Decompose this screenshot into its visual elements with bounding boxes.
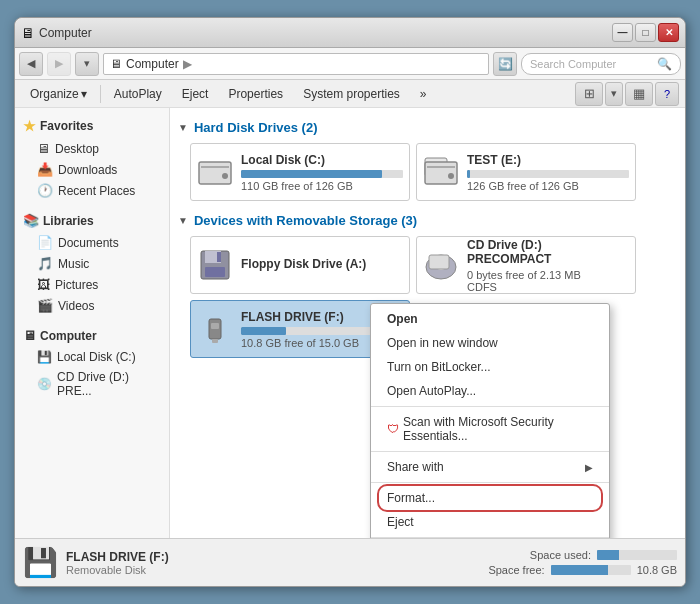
drive-e-info: TEST (E:) 126 GB free of 126 GB	[467, 153, 629, 192]
sidebar-item-documents[interactable]: 📄 Documents	[15, 232, 169, 253]
music-icon: 🎵	[37, 256, 53, 271]
ctx-share[interactable]: Share with ▶	[371, 455, 609, 479]
search-box[interactable]: Search Computer 🔍	[521, 53, 681, 75]
space-free-label: Space free:	[488, 564, 544, 576]
svg-rect-16	[211, 323, 219, 329]
title-bar: 🖥 Computer — □ ✕	[15, 18, 685, 48]
hdd-e-icon: 22	[423, 154, 459, 190]
svg-rect-17	[212, 339, 218, 343]
sidebar-item-desktop[interactable]: 🖥 Desktop	[15, 138, 169, 159]
help-button[interactable]: ?	[655, 82, 679, 106]
close-button[interactable]: ✕	[658, 23, 679, 42]
space-free-value: 10.8 GB	[637, 564, 677, 576]
view-tiles-button[interactable]: ⊞	[575, 82, 603, 106]
space-used-bar-bg	[597, 550, 677, 560]
hdd-c-icon	[197, 154, 233, 190]
ctx-sep-3	[371, 482, 609, 483]
svg-point-7	[448, 173, 454, 179]
back-button[interactable]: ◀	[19, 52, 43, 76]
sidebar-item-pictures[interactable]: 🖼 Pictures	[15, 274, 169, 295]
drive-d-free: 0 bytes free of 2.13 MB	[467, 269, 629, 281]
ctx-sep-4	[371, 537, 609, 538]
floppy-a-icon	[197, 247, 233, 283]
drive-e-name: TEST (E:)	[467, 153, 629, 167]
drive-c-free: 110 GB free of 126 GB	[241, 180, 403, 192]
eject-button[interactable]: Eject	[173, 83, 218, 105]
cd-d-icon	[423, 247, 459, 283]
status-info: FLASH DRIVE (F:) Removable Disk	[66, 550, 480, 576]
address-path[interactable]: 🖥 Computer ▶	[103, 53, 489, 75]
recent-icon: 🕐	[37, 183, 53, 198]
sidebar-item-recent-places[interactable]: 🕐 Recent Places	[15, 180, 169, 201]
favorites-header[interactable]: ★ Favorites	[15, 114, 169, 138]
ctx-scan[interactable]: 🛡 Scan with Microsoft Security Essential…	[371, 410, 609, 448]
path-text: Computer	[126, 57, 179, 71]
star-icon: ★	[23, 118, 36, 134]
sidebar-item-cd-drive[interactable]: 💿 CD Drive (D:) PRE...	[15, 367, 169, 401]
view-dropdown-button[interactable]: ▾	[605, 82, 623, 106]
status-drive-icon: 💾	[23, 546, 58, 579]
sidebar-item-local-disk[interactable]: 💾 Local Disk (C:)	[15, 347, 169, 367]
system-properties-button[interactable]: System properties	[294, 83, 409, 105]
ctx-sep-2	[371, 451, 609, 452]
search-icon: 🔍	[657, 57, 672, 71]
sidebar-item-downloads[interactable]: 📥 Downloads	[15, 159, 169, 180]
drive-a-info: Floppy Disk Drive (A:)	[241, 257, 403, 274]
drive-item-d[interactable]: CD Drive (D:) PRECOMPACT 0 bytes free of…	[416, 236, 636, 294]
drive-e-bar-fill	[467, 170, 470, 178]
drive-item-e[interactable]: 22 TEST (E:) 126 GB free of 126 GB	[416, 143, 636, 201]
forward-button[interactable]: ▶	[47, 52, 71, 76]
refresh-button[interactable]: 🔄	[493, 52, 517, 76]
download-icon: 📥	[37, 162, 53, 177]
drive-e-bar-bg	[467, 170, 629, 178]
space-free-bar-fill	[551, 565, 609, 575]
status-drive-name: FLASH DRIVE (F:)	[66, 550, 480, 564]
hdd-section-title: Hard Disk Drives (2)	[194, 120, 318, 135]
properties-button[interactable]: Properties	[219, 83, 292, 105]
dropdown-button[interactable]: ▾	[75, 52, 99, 76]
space-used-label: Space used:	[530, 549, 591, 561]
libraries-header[interactable]: 📚 Libraries	[15, 209, 169, 232]
computer-icon: 🖥	[23, 328, 36, 343]
shield-icon: 🛡	[387, 422, 399, 436]
hdd-section-header: ▼ Hard Disk Drives (2)	[178, 120, 677, 135]
drive-d-sub: CDFS	[467, 281, 629, 293]
ctx-open-new[interactable]: Open in new window	[371, 331, 609, 355]
ctx-open[interactable]: Open	[371, 307, 609, 331]
minimize-button[interactable]: —	[612, 23, 633, 42]
ctx-bitlocker[interactable]: Turn on BitLocker...	[371, 355, 609, 379]
computer-header[interactable]: 🖥 Computer	[15, 324, 169, 347]
organize-button[interactable]: Organize ▾	[21, 83, 96, 105]
space-free-bar-bg	[551, 565, 631, 575]
search-placeholder: Search Computer	[530, 58, 653, 70]
share-arrow-icon: ▶	[585, 462, 593, 473]
drive-a-name: Floppy Disk Drive (A:)	[241, 257, 403, 271]
preview-pane-button[interactable]: ▦	[625, 82, 653, 106]
ctx-autoplay[interactable]: Open AutoPlay...	[371, 379, 609, 403]
docs-icon: 📄	[37, 235, 53, 250]
svg-rect-11	[205, 267, 225, 277]
sidebar-item-music[interactable]: 🎵 Music	[15, 253, 169, 274]
sidebar-item-videos[interactable]: 🎬 Videos	[15, 295, 169, 316]
drive-e-free: 126 GB free of 126 GB	[467, 180, 629, 192]
ctx-format[interactable]: Format...	[371, 486, 609, 510]
autoplay-button[interactable]: AutoPlay	[105, 83, 171, 105]
drive-d-info: CD Drive (D:) PRECOMPACT 0 bytes free of…	[467, 238, 629, 293]
usb-f-icon	[197, 311, 233, 347]
desktop-icon: 🖥	[37, 141, 50, 156]
context-menu: Open Open in new window Turn on BitLocke…	[370, 303, 610, 538]
status-space: Space used: Space free: 10.8 GB	[488, 549, 677, 576]
maximize-button[interactable]: □	[635, 23, 656, 42]
more-button[interactable]: »	[411, 83, 436, 105]
hdd-triangle: ▼	[178, 122, 188, 133]
drive-c-name: Local Disk (C:)	[241, 153, 403, 167]
toolbar-separator-1	[100, 85, 101, 103]
svg-point-2	[222, 173, 228, 179]
drive-item-c[interactable]: Local Disk (C:) 110 GB free of 126 GB	[190, 143, 410, 201]
chevron-down-icon: ▾	[81, 87, 87, 101]
toolbar-right: ⊞ ▾ ▦ ?	[575, 82, 679, 106]
ctx-eject[interactable]: Eject	[371, 510, 609, 534]
drive-d-name: CD Drive (D:) PRECOMPACT	[467, 238, 629, 266]
drive-c-bar-fill	[241, 170, 382, 178]
drive-item-a[interactable]: Floppy Disk Drive (A:)	[190, 236, 410, 294]
